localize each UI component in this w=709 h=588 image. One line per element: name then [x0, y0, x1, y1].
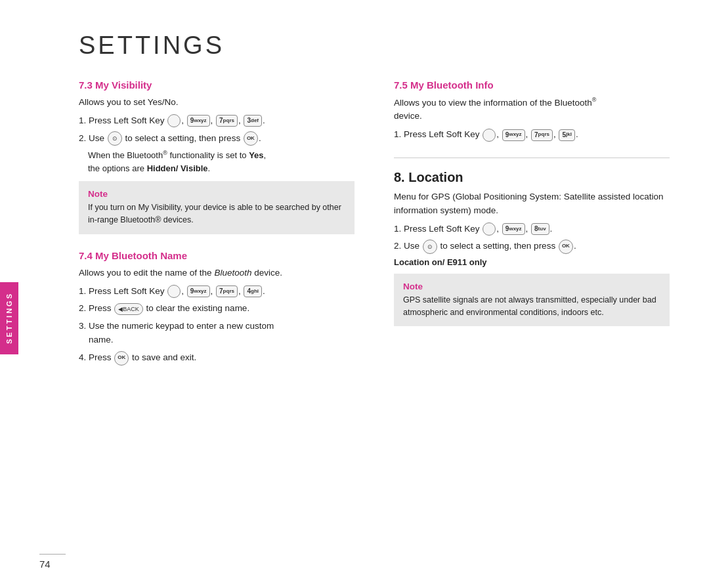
section-74-step3: 3. Use the numeric keypad to enter a new…	[79, 319, 354, 347]
section-8-description: Menu for GPS (Global Positioning System:…	[394, 190, 670, 218]
section-75-description: Allows you to view the information of th…	[394, 96, 670, 123]
page-title: SETTINGS	[0, 0, 709, 79]
section-75-step1: 1. Press Left Soft Key , 9wxyz, 7pqrs, 5…	[394, 127, 670, 142]
section-8-step2: 2. Use ⊙ to select a setting, then press…	[394, 239, 670, 253]
key-8tuv-8: 8tuv	[531, 223, 549, 235]
left-column: 7.3 My Visibility Allows you to set Yes/…	[79, 79, 354, 381]
key-9wxyz-8: 9wxyz	[502, 223, 525, 235]
nav-key-icon: ⊙	[108, 131, 122, 146]
left-soft-key-74-icon	[167, 285, 181, 298]
section-74-description: Allows you to edit the name of the Bluet…	[79, 266, 354, 280]
key-9wxyz: 9wxyz	[187, 115, 210, 127]
right-column: 7.5 My Bluetooth Info Allows you to view…	[394, 79, 670, 381]
key-5jkl-75: 5jkl	[559, 129, 574, 141]
key-9wxyz-75: 9wxyz	[502, 129, 525, 141]
section-74: 7.4 My Bluetooth Name Allows you to edit…	[79, 250, 354, 366]
left-soft-key-8-icon	[483, 222, 496, 236]
left-soft-key-75-icon	[483, 129, 496, 142]
sidebar-label: SETTINGS	[5, 292, 13, 344]
location-on-note: Location on/ E911 only	[394, 257, 670, 267]
sidebar-tab: SETTINGS	[0, 282, 18, 354]
key-3def: 3def	[244, 115, 262, 127]
section-73: 7.3 My Visibility Allows you to set Yes/…	[79, 79, 354, 234]
section-73-step1: 1. Press Left Soft Key , 9wxyz, 7pqrs, 3…	[79, 114, 354, 128]
section-73-description: Allows you to set Yes/No.	[79, 96, 354, 110]
nav-key-8-icon: ⊙	[423, 240, 437, 254]
section-74-step4: 4. Press OK to save and exit.	[79, 350, 354, 365]
section-8-note-box: Note GPS satellite signals are not alway…	[394, 274, 670, 327]
section-74-title: 7.4 My Bluetooth Name	[79, 250, 354, 261]
key-7pqrs-74: 7pqrs	[216, 285, 238, 297]
key-7pqrs-75: 7pqrs	[531, 129, 553, 141]
section-73-step2: 2. Use ⊙ to select a setting, then press…	[79, 131, 354, 146]
ok-key-icon: OK	[244, 131, 258, 146]
section-75: 7.5 My Bluetooth Info Allows you to view…	[394, 79, 670, 142]
section-divider	[394, 158, 670, 158]
section-74-step2: 2. Press ◀BACK to clear the existing nam…	[79, 301, 354, 316]
key-7pqrs: 7pqrs	[216, 115, 238, 127]
section-8: 8. Location Menu for GPS (Global Positio…	[394, 170, 670, 326]
page-line	[39, 554, 66, 555]
left-soft-key-icon	[167, 114, 181, 127]
main-content: 7.3 My Visibility Allows you to set Yes/…	[0, 79, 709, 381]
section-8-title: 8. Location	[394, 170, 670, 185]
key-4ghi-74: 4ghi	[244, 285, 262, 297]
ok-key-8-icon: OK	[559, 240, 573, 254]
page-number: 74	[39, 558, 51, 570]
section-73-sub-note: When the Bluetooth® functionality is set…	[88, 149, 354, 175]
section-73-note-label: Note	[88, 189, 345, 199]
page-footer: 74	[39, 554, 66, 570]
section-73-note-box: Note If you turn on My Visibility, your …	[79, 181, 354, 234]
section-75-title: 7.5 My Bluetooth Info	[394, 79, 670, 91]
key-9wxyz-74: 9wxyz	[187, 285, 210, 297]
section-8-note-label: Note	[403, 282, 660, 291]
section-8-note-text: GPS satellite signals are not always tra…	[403, 294, 660, 319]
section-8-step1: 1. Press Left Soft Key , 9wxyz, 8tuv.	[394, 222, 670, 236]
back-key-icon: ◀BACK	[114, 303, 143, 315]
ok-key-74-icon: OK	[114, 351, 129, 366]
section-73-note-text: If you turn on My Visibility, your devic…	[88, 201, 345, 226]
section-74-step1: 1. Press Left Soft Key , 9wxyz, 7pqrs, 4…	[79, 284, 354, 299]
section-73-title: 7.3 My Visibility	[79, 79, 354, 91]
